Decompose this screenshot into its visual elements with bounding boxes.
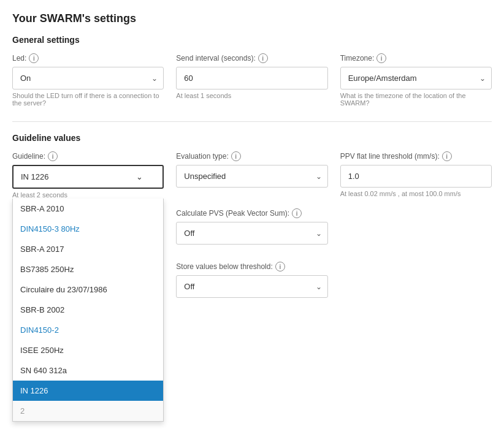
evaluation-type-info-icon[interactable]: i [231, 151, 241, 161]
guideline-row-1: Guideline: i IN 1226 ⌄ SBR-A 2010 DIN415… [12, 151, 492, 199]
general-settings-section: General settings Led: i On Off ⌄ Should … [12, 35, 492, 107]
timezone-hint: What is the timezone of the location of … [340, 92, 492, 107]
timezone-select[interactable]: Europe/Amsterdam UTC America/New_York [340, 67, 492, 89]
led-info-icon[interactable]: i [29, 53, 39, 63]
evaluation-type-field-group: Evaluation type: i Unspecified Type A Ty… [176, 151, 327, 199]
send-interval-input[interactable] [176, 67, 327, 89]
timezone-info-icon[interactable]: i [376, 53, 386, 63]
guideline-option-circulaire[interactable]: Circulaire du 23/07/1986 [13, 279, 163, 300]
timezone-field-group: Timezone: i Europe/Amsterdam UTC America… [340, 53, 492, 107]
guideline-option-in1226[interactable]: IN 1226 [13, 381, 163, 401]
guideline-select-box[interactable]: IN 1226 ⌄ [12, 165, 164, 189]
evaluation-type-select[interactable]: Unspecified Type A Type B [176, 165, 327, 188]
guideline-field-group: Guideline: i IN 1226 ⌄ SBR-A 2010 DIN415… [12, 151, 164, 199]
guideline-hint: At least 2 seconds [12, 191, 164, 199]
page-title: Your SWARM's settings [12, 12, 492, 25]
ppv-threshold-field-group: PPV flat line threshold (mm/s): i At lea… [340, 151, 492, 199]
timezone-select-wrapper: Europe/Amsterdam UTC America/New_York ⌄ [340, 67, 492, 89]
ppv-threshold-hint: At least 0.02 mm/s , at most 100.0 mm/s [340, 190, 492, 197]
timezone-label: Timezone: i [340, 53, 492, 63]
calculate-pvs-select-wrapper: Off On ⌄ [176, 222, 327, 245]
led-select[interactable]: On Off [12, 67, 164, 89]
led-label: Led: i [12, 53, 164, 63]
calculate-pvs-info-icon[interactable]: i [292, 208, 302, 218]
guideline-option-isee250hz[interactable]: ISEE 250Hz [13, 340, 163, 360]
guideline-chevron-icon: ⌄ [136, 172, 143, 181]
evaluation-type-select-wrapper: Unspecified Type A Type B ⌄ [176, 165, 327, 188]
guideline-info-icon[interactable]: i [48, 151, 58, 161]
section-divider [12, 121, 492, 122]
evaluation-type-label: Evaluation type: i [176, 151, 327, 161]
guideline-option-sbra2017[interactable]: SBR-A 2017 [13, 239, 163, 259]
guideline-option-din4150-2[interactable]: DIN4150-2 [13, 320, 163, 340]
led-hint: Should the LED turn off if there is a co… [12, 92, 164, 107]
ppv-threshold-label: PPV flat line threshold (mm/s): i [340, 151, 492, 161]
guideline-dropdown: SBR-A 2010 DIN4150-3 80Hz SBR-A 2017 BS7… [12, 199, 164, 422]
send-interval-hint: At least 1 seconds [176, 92, 327, 99]
calculate-pvs-field-group: Calculate PVS (Peak Vector Sum): i Off O… [176, 208, 327, 252]
ppv-threshold-input[interactable] [340, 165, 492, 188]
store-values-info-icon[interactable]: i [275, 262, 285, 271]
general-fields-row: Led: i On Off ⌄ Should the LED turn off … [12, 53, 492, 107]
calculate-pvs-label: Calculate PVS (Peak Vector Sum): i [176, 208, 327, 218]
guideline-option-sn640[interactable]: SN 640 312a [13, 360, 163, 381]
guideline-selected-value: IN 1226 [21, 172, 49, 181]
send-interval-info-icon[interactable]: i [258, 53, 268, 63]
store-values-label: Store values below threshold: i [176, 262, 327, 271]
led-select-wrapper: On Off ⌄ [12, 67, 164, 89]
store-values-select-wrapper: Off On ⌄ [176, 275, 327, 298]
general-settings-label: General settings [12, 35, 492, 45]
ppv-threshold-info-icon[interactable]: i [442, 151, 452, 161]
guideline-option-sbrb2002[interactable]: SBR-B 2002 [13, 300, 163, 320]
calculate-pvs-select[interactable]: Off On [176, 222, 327, 245]
guideline-section-label: Guideline values [12, 133, 492, 143]
guideline-label: Guideline: i [12, 151, 164, 161]
guideline-option-2[interactable]: 2 [13, 401, 163, 421]
guideline-option-bs7385[interactable]: BS7385 250Hz [13, 259, 163, 279]
send-interval-label: Send interval (seconds): i [176, 53, 327, 63]
store-values-field-group: Store values below threshold: i Off On ⌄ [176, 262, 327, 305]
guideline-values-section: Guideline values Guideline: i IN 1226 ⌄ … [12, 133, 492, 305]
guideline-option-din80hz[interactable]: DIN4150-3 80Hz [13, 219, 163, 239]
led-field-group: Led: i On Off ⌄ Should the LED turn off … [12, 53, 164, 107]
store-values-select[interactable]: Off On [176, 275, 327, 298]
guideline-option-sbra2010[interactable]: SBR-A 2010 [13, 199, 163, 219]
send-interval-field-group: Send interval (seconds): i At least 1 se… [176, 53, 327, 107]
